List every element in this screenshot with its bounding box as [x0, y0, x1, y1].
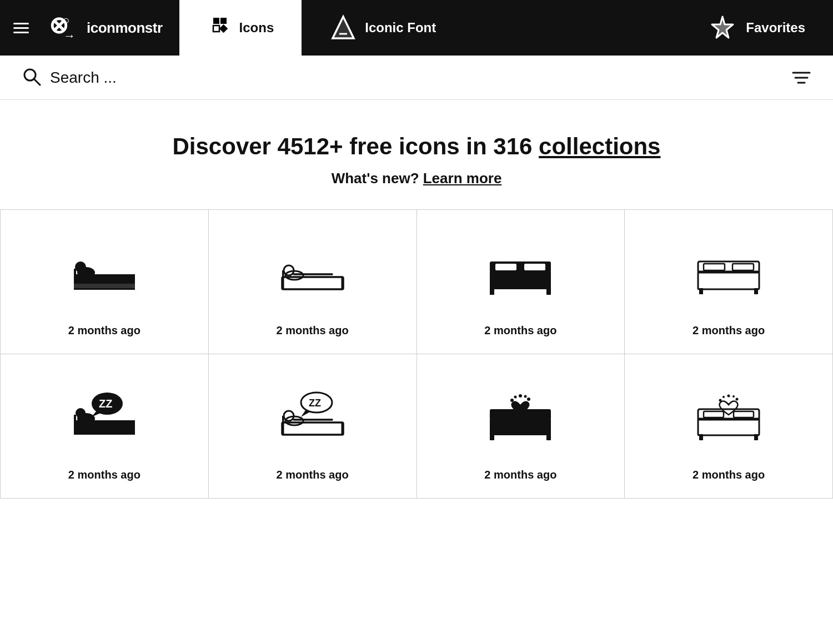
svg-point-64 — [514, 396, 517, 399]
menu-button[interactable] — [0, 0, 42, 56]
svg-rect-41 — [74, 415, 76, 435]
svg-rect-42 — [133, 420, 135, 435]
icon-timestamp-8: 2 months ago — [693, 469, 765, 481]
svg-marker-8 — [333, 17, 354, 38]
bed-icon-1 — [68, 232, 140, 311]
svg-point-72 — [719, 399, 722, 402]
icon-timestamp-3: 2 months ago — [484, 324, 556, 337]
search-input[interactable] — [50, 69, 792, 87]
svg-text:→: → — [63, 29, 76, 43]
svg-text:ZZ: ZZ — [309, 398, 321, 409]
bed-icon-3 — [484, 232, 556, 311]
svg-rect-24 — [341, 277, 343, 289]
svg-marker-5 — [213, 26, 219, 32]
svg-point-61 — [510, 399, 514, 402]
svg-point-44 — [76, 408, 86, 418]
svg-rect-57 — [490, 419, 551, 435]
logo-icon: ⊗ ○ → — [48, 12, 79, 43]
icon-cell-2[interactable]: 2 months ago — [209, 210, 417, 354]
icon-cell-1[interactable]: 2 months ago — [1, 210, 209, 354]
logo-link[interactable]: ⊗ ○ → iconmonstr — [42, 0, 179, 56]
icon-cell-7[interactable]: 2 months ago — [417, 354, 625, 499]
svg-rect-32 — [490, 288, 494, 295]
hamburger-icon — [13, 23, 29, 33]
svg-rect-31 — [524, 264, 545, 270]
tab-icons[interactable]: Icons — [179, 0, 302, 56]
search-bar — [0, 56, 833, 100]
svg-rect-50 — [341, 422, 343, 435]
tab-icons-label: Icons — [239, 20, 274, 36]
tab-iconic-font[interactable]: Iconic Font — [302, 0, 464, 56]
favorites-label: Favorites — [746, 20, 805, 36]
icons-tab-icon — [207, 16, 232, 40]
svg-point-74 — [727, 395, 730, 398]
svg-line-12 — [34, 79, 40, 85]
svg-rect-30 — [495, 264, 516, 270]
filter-button[interactable] — [792, 69, 811, 86]
bed-icon-4 — [693, 232, 765, 311]
svg-rect-39 — [754, 288, 758, 294]
svg-rect-71 — [754, 434, 758, 440]
svg-point-21 — [75, 261, 86, 273]
icon-timestamp-2: 2 months ago — [277, 324, 349, 337]
bed-sleeping-icon-1: ZZ — [68, 376, 140, 455]
search-icon — [22, 67, 41, 88]
bed-heart-icon-2 — [693, 376, 765, 455]
bed-icon-2 — [277, 232, 349, 311]
icon-cell-8[interactable]: 2 months ago — [625, 354, 833, 499]
svg-rect-69 — [734, 411, 754, 417]
svg-point-75 — [722, 396, 725, 398]
svg-text:○: ○ — [62, 13, 69, 27]
svg-rect-59 — [490, 434, 494, 440]
svg-marker-6 — [219, 24, 228, 33]
icon-timestamp-5: 2 months ago — [68, 469, 140, 481]
svg-rect-34 — [698, 271, 759, 289]
icon-cell-4[interactable]: 2 months ago — [625, 210, 833, 354]
svg-rect-66 — [698, 419, 759, 435]
icon-grid: 2 months ago 2 months ago — [0, 209, 833, 499]
icon-cell-6[interactable]: ZZ 2 months ago — [209, 354, 417, 499]
svg-rect-28 — [490, 271, 551, 289]
svg-marker-3 — [213, 18, 219, 24]
bed-heart-icon-1 — [484, 376, 556, 455]
svg-point-63 — [519, 394, 522, 398]
iconic-font-icon — [329, 14, 357, 42]
tab-iconic-font-label: Iconic Font — [365, 20, 436, 36]
logo-text: iconmonstr — [87, 19, 163, 37]
svg-rect-38 — [699, 288, 703, 294]
main-nav: ⊗ ○ → iconmonstr Icons Iconic Font Favor… — [0, 0, 833, 56]
svg-rect-19 — [74, 284, 135, 288]
hero-subtitle: What's new? Learn more — [0, 170, 833, 187]
svg-point-76 — [732, 395, 735, 398]
icon-cell-5[interactable]: ZZ 2 months ago — [1, 354, 209, 499]
svg-marker-4 — [220, 18, 227, 24]
svg-rect-37 — [732, 264, 754, 270]
svg-rect-33 — [546, 288, 551, 295]
hero-title: Discover 4512+ free icons in 316 collect… — [0, 133, 833, 160]
hero-section: Discover 4512+ free icons in 316 collect… — [0, 100, 833, 209]
favorites-icon — [708, 13, 737, 42]
learn-more-link[interactable]: Learn more — [423, 170, 502, 187]
icon-timestamp-7: 2 months ago — [484, 469, 556, 481]
svg-point-73 — [736, 398, 739, 401]
collections-link[interactable]: collections — [539, 133, 660, 159]
favorites-button[interactable]: Favorites — [680, 0, 833, 56]
icon-timestamp-4: 2 months ago — [693, 324, 765, 337]
icon-cell-3[interactable]: 2 months ago — [417, 210, 625, 354]
svg-rect-68 — [704, 411, 724, 417]
svg-rect-70 — [699, 434, 703, 440]
svg-text:ZZ: ZZ — [99, 398, 112, 410]
svg-point-62 — [527, 398, 530, 401]
icon-timestamp-1: 2 months ago — [68, 324, 140, 337]
bed-sleeping-icon-2: ZZ — [277, 376, 349, 455]
svg-rect-60 — [546, 434, 551, 440]
icon-timestamp-6: 2 months ago — [277, 469, 349, 481]
svg-point-65 — [524, 395, 527, 398]
svg-rect-36 — [704, 264, 725, 270]
